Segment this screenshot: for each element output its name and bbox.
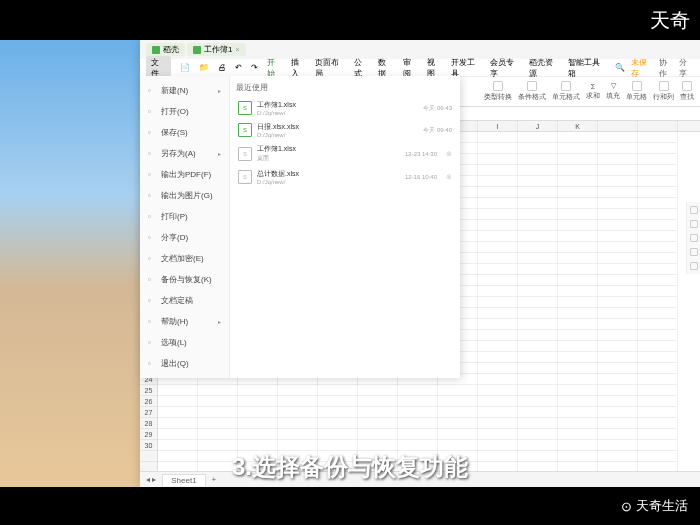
tool-icon[interactable] bbox=[690, 206, 698, 214]
tool-icon[interactable] bbox=[690, 262, 698, 270]
sheet-tab-1[interactable]: Sheet1 bbox=[162, 474, 205, 486]
tool-icon[interactable] bbox=[690, 234, 698, 242]
file-menu-item[interactable]: ▫分享(D) bbox=[140, 227, 229, 248]
file-menu-item[interactable]: ▫退出(Q) bbox=[140, 353, 229, 374]
menu-bar: 文件 📄📁🖨↶↷ 开始 插入 页面布局 公式 数据 审阅 视图 开发工具 会员专… bbox=[140, 59, 700, 77]
close-icon[interactable]: × bbox=[235, 46, 239, 53]
file-menu-item[interactable]: ▫帮助(H)▸ bbox=[140, 311, 229, 332]
share-button[interactable]: 分享 bbox=[679, 57, 694, 79]
menu-vip[interactable]: 会员专享 bbox=[490, 57, 520, 79]
search-icon[interactable]: 🔍 bbox=[615, 63, 625, 72]
file-menu-item[interactable]: ▫输出为PDF(F) bbox=[140, 164, 229, 185]
file-menu-item[interactable]: ▫打开(O) bbox=[140, 101, 229, 122]
tab-icon bbox=[152, 46, 160, 54]
recent-file-item[interactable]: S工作簿1.xlsxD:/Jq/new/今天 09:43 bbox=[236, 97, 454, 119]
tab-doke[interactable]: 稻壳 bbox=[146, 43, 185, 56]
file-menu-item[interactable]: ▫打印(P) bbox=[140, 206, 229, 227]
file-menu-item[interactable]: ▫选项(L) bbox=[140, 332, 229, 353]
ribbon-type[interactable]: 类型转换 bbox=[484, 81, 512, 102]
recent-header: 最近使用 bbox=[236, 82, 454, 93]
video-topbar: 天奇 bbox=[0, 0, 700, 40]
tab-icon bbox=[193, 46, 201, 54]
file-menu-item[interactable]: ▫输出为图片(G) bbox=[140, 185, 229, 206]
recent-file-item[interactable]: S日报.xlsx.xlsxD:/Jq/new/今天 09:40 bbox=[236, 119, 454, 141]
tool-icon[interactable] bbox=[690, 220, 698, 228]
recent-files-panel: 最近使用 S工作簿1.xlsxD:/Jq/new/今天 09:43S日报.xls… bbox=[230, 76, 460, 378]
unsaved-badge[interactable]: 未保存 bbox=[631, 57, 653, 79]
file-menu-item[interactable]: ▫保存(S) bbox=[140, 122, 229, 143]
cooperate-button[interactable]: 协作 bbox=[659, 57, 674, 79]
ribbon-rowcol[interactable]: 行和列 bbox=[653, 81, 674, 102]
ribbon-cond[interactable]: 条件格式 bbox=[518, 81, 546, 102]
ribbon-find[interactable]: 查找 bbox=[680, 81, 694, 102]
file-menu-item[interactable]: ▫备份与恢复(K) bbox=[140, 269, 229, 290]
recent-file-item[interactable]: S工作簿1.xlsx桌面12-23 14:30⊗ bbox=[236, 141, 454, 166]
document-tabs: 稻壳 工作簿1× bbox=[146, 43, 246, 56]
ribbon-cell[interactable]: 单元格 bbox=[626, 81, 647, 102]
sheet-nav[interactable]: ◂ ▸ bbox=[146, 475, 156, 484]
add-sheet-button[interactable]: + bbox=[212, 475, 217, 484]
tab-workbook1[interactable]: 工作簿1× bbox=[187, 43, 246, 56]
brand-partial: 天奇 bbox=[650, 7, 690, 34]
desktop-wallpaper: 稻壳 工作簿1× 文件 📄📁🖨↶↷ 开始 插入 页面布局 公式 数据 审阅 视图… bbox=[0, 40, 700, 487]
menu-res[interactable]: 稻壳资源 bbox=[529, 57, 559, 79]
file-menu-dropdown: ▫新建(N)▸▫打开(O)▫保存(S)▫另存为(A)▸▫输出为PDF(F)▫输出… bbox=[140, 76, 460, 378]
ribbon-filter[interactable]: ▽填充 bbox=[606, 82, 620, 101]
tool-icon[interactable] bbox=[690, 248, 698, 256]
video-bottombar: ⊙ 天奇生活 bbox=[0, 487, 700, 525]
search-circle-icon: ⊙ bbox=[621, 499, 632, 514]
wps-window: 稻壳 工作簿1× 文件 📄📁🖨↶↷ 开始 插入 页面布局 公式 数据 审阅 视图… bbox=[140, 40, 700, 487]
side-toolbar bbox=[686, 202, 700, 274]
video-caption: 3.选择备份与恢复功能 bbox=[232, 451, 468, 483]
file-menu-item[interactable]: ▫另存为(A)▸ bbox=[140, 143, 229, 164]
file-menu-item[interactable]: ▫文档定稿 bbox=[140, 290, 229, 311]
brand-logo: ⊙ 天奇生活 bbox=[621, 497, 688, 515]
file-menu-list: ▫新建(N)▸▫打开(O)▫保存(S)▫另存为(A)▸▫输出为PDF(F)▫输出… bbox=[140, 76, 230, 378]
menu-tools[interactable]: 智能工具箱 bbox=[568, 57, 606, 79]
ribbon-sum[interactable]: Σ求和 bbox=[586, 83, 600, 101]
ribbon-cellstyle[interactable]: 单元格式 bbox=[552, 81, 580, 102]
recent-file-item[interactable]: S总计数据.xlsxD:/Jq/new/12-16 10:40⊗ bbox=[236, 166, 454, 188]
file-menu-item[interactable]: ▫文档加密(E) bbox=[140, 248, 229, 269]
file-menu-item[interactable]: ▫新建(N)▸ bbox=[140, 80, 229, 101]
